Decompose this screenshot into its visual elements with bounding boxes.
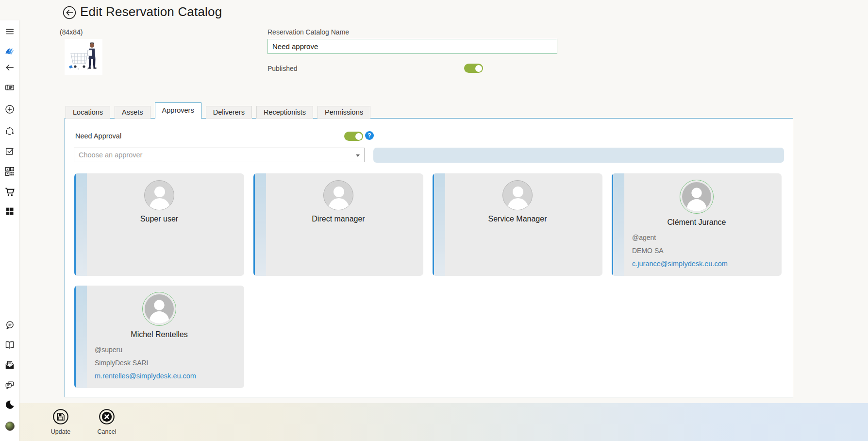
back-icon[interactable] bbox=[3, 61, 16, 74]
approver-details: @superuSimplyDesk SARLm.rentelles@simply… bbox=[74, 343, 244, 383]
tab-permissions[interactable]: Permissions bbox=[317, 106, 370, 119]
help-icon[interactable]: ? bbox=[365, 131, 374, 140]
approver-email-link[interactable]: m.rentelles@simplydesk.eu.com bbox=[95, 370, 244, 383]
add-icon[interactable] bbox=[3, 103, 16, 116]
sync-icon[interactable] bbox=[3, 125, 16, 137]
empty-info-bar bbox=[373, 148, 784, 163]
approver-username: @superu bbox=[95, 343, 244, 356]
conversations-icon[interactable] bbox=[3, 379, 16, 391]
approvers-panel: Need Approval ? Choose an approver Super… bbox=[65, 118, 793, 397]
catalog-image[interactable] bbox=[65, 39, 102, 75]
approver-name: Super user bbox=[140, 215, 178, 223]
tab-receptionists[interactable]: Receptionists bbox=[256, 106, 313, 119]
menu-icon[interactable] bbox=[3, 25, 16, 38]
need-approval-label: Need Approval bbox=[75, 132, 121, 140]
cancel-x-icon bbox=[99, 408, 115, 425]
approver-card[interactable]: Direct manager bbox=[253, 173, 423, 276]
published-toggle[interactable] bbox=[464, 64, 483, 73]
user-avatar-icon bbox=[144, 180, 174, 210]
image-size-label: (84x84) bbox=[60, 28, 83, 36]
user-avatar-icon bbox=[502, 180, 533, 210]
approver-card[interactable]: Michel Rentelles@superuSimplyDesk SARLm.… bbox=[74, 286, 244, 388]
catalog-name-label: Reservation Catalog Name bbox=[267, 28, 349, 36]
apps-grid-icon[interactable] bbox=[3, 205, 16, 218]
tab-strip: LocationsAssetsApproversDeliverersRecept… bbox=[66, 102, 370, 119]
approver-name: Direct manager bbox=[312, 215, 365, 223]
dark-mode-icon[interactable] bbox=[3, 398, 16, 411]
approver-dropdown-placeholder: Choose an approver bbox=[79, 151, 142, 159]
approver-dropdown[interactable]: Choose an approver bbox=[74, 148, 365, 162]
save-floppy-icon bbox=[52, 408, 69, 425]
cancel-label: Cancel bbox=[89, 428, 125, 435]
card-side-stripe bbox=[255, 173, 266, 276]
book-icon[interactable] bbox=[3, 339, 16, 351]
ticket-icon[interactable] bbox=[3, 81, 16, 94]
update-button[interactable]: Update bbox=[43, 408, 79, 435]
approver-company: SimplyDesk SARL bbox=[95, 356, 244, 370]
cancel-button[interactable]: Cancel bbox=[89, 408, 125, 435]
chat-icon[interactable] bbox=[3, 319, 16, 332]
tab-approvers[interactable]: Approvers bbox=[155, 102, 201, 119]
approver-email-link[interactable]: c.jurance@simplydesk.eu.com bbox=[632, 257, 782, 271]
tab-assets[interactable]: Assets bbox=[115, 106, 150, 119]
tab-deliverers[interactable]: Deliverers bbox=[206, 106, 252, 119]
card-side-stripe bbox=[434, 173, 445, 276]
user-avatar-icon bbox=[145, 294, 174, 323]
selected-avatar-ring bbox=[680, 180, 714, 214]
mail-icon[interactable] bbox=[3, 359, 16, 372]
card-side-stripe bbox=[76, 286, 87, 388]
logo-icon[interactable] bbox=[3, 45, 16, 58]
chevron-down-icon bbox=[356, 154, 360, 157]
back-button[interactable] bbox=[63, 6, 76, 19]
selected-avatar-ring bbox=[142, 292, 176, 326]
approver-name: Clément Jurance bbox=[668, 218, 726, 227]
task-check-icon[interactable] bbox=[3, 145, 16, 157]
sidebar-icon-rail bbox=[0, 20, 19, 441]
profile-photo bbox=[5, 422, 15, 431]
approver-card-grid: Super user Direct manager Service Manage… bbox=[74, 173, 782, 388]
card-side-stripe bbox=[76, 173, 87, 276]
user-avatar[interactable] bbox=[3, 420, 16, 432]
approver-username: @agent bbox=[632, 231, 782, 244]
need-approval-toggle[interactable] bbox=[344, 132, 363, 141]
user-avatar-icon bbox=[323, 180, 353, 210]
approver-name: Michel Rentelles bbox=[131, 330, 187, 339]
published-label: Published bbox=[267, 65, 298, 72]
action-bar: Update Cancel bbox=[19, 403, 868, 441]
person-with-cart-illustration-icon bbox=[65, 39, 102, 75]
tab-locations[interactable]: Locations bbox=[66, 106, 110, 119]
card-side-stripe bbox=[613, 173, 624, 276]
approver-name: Service Manager bbox=[488, 215, 547, 223]
approver-card[interactable]: Super user bbox=[74, 173, 244, 276]
approver-details: @agentDEMO SAc.jurance@simplydesk.eu.com bbox=[612, 231, 782, 271]
user-avatar-icon bbox=[682, 182, 711, 211]
approver-company: DEMO SA bbox=[632, 244, 782, 257]
update-label: Update bbox=[43, 428, 79, 435]
page-title: Edit Reservation Catalog bbox=[80, 4, 222, 19]
catalog-name-input[interactable] bbox=[267, 39, 557, 54]
cart-icon[interactable] bbox=[3, 186, 16, 198]
approver-card[interactable]: Clément Jurance@agentDEMO SAc.jurance@si… bbox=[612, 173, 782, 276]
circled-back-arrow-icon bbox=[63, 6, 76, 19]
qr-code-icon[interactable] bbox=[3, 165, 16, 178]
approver-card[interactable]: Service Manager bbox=[433, 173, 602, 276]
